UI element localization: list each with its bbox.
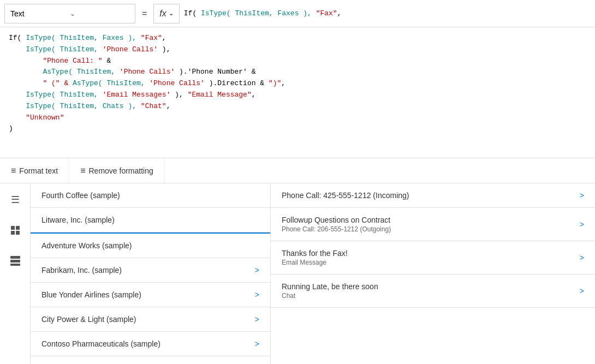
svg-rect-2: [11, 231, 15, 235]
dropdown-chevron-icon: ⌄: [70, 10, 129, 17]
grid-icon[interactable]: [5, 251, 25, 271]
list-item-text-2: Litware, Inc. (sample): [41, 216, 115, 224]
right-item-subtitle-2: Phone Call: 206-555-1212 (Outgoing): [282, 225, 574, 233]
code-line-8: "Unknown": [9, 112, 586, 124]
right-item-4[interactable]: Running Late, be there soon Chat >: [271, 275, 595, 308]
list-item-chevron-7: >: [255, 339, 259, 348]
right-item-subtitle-4: Chat: [282, 292, 574, 300]
right-item-title-3: Thanks for the Fax!: [282, 249, 574, 258]
list-item-text-5: Blue Yonder Airlines (sample): [41, 290, 141, 299]
code-line-4: AsType( ThisItem, 'Phone Calls' ).'Phone…: [9, 67, 586, 78]
list-item-text-7: Contoso Pharmaceuticals (sample): [41, 339, 160, 348]
format-text-icon: ≡: [11, 166, 16, 176]
right-item-chevron-2: >: [580, 220, 584, 229]
right-item-info-2: Followup Questions on Contract Phone Cal…: [282, 216, 574, 233]
svg-rect-1: [16, 226, 20, 230]
svg-rect-5: [10, 260, 20, 262]
code-editor[interactable]: If( IsType( ThisItem, Faxes ), "Fax", Is…: [0, 27, 595, 158]
right-item-1[interactable]: Phone Call: 425-555-1212 (Incoming) >: [271, 183, 595, 208]
sidebar-icons: ☰: [0, 183, 31, 364]
right-panel: Phone Call: 425-555-1212 (Incoming) > Fo…: [271, 183, 595, 364]
list-item-no-chevron-3[interactable]: Adventure Works (sample): [31, 232, 270, 258]
fx-icon: fx: [159, 9, 166, 19]
code-line-3: "Phone Call: " &: [9, 56, 586, 67]
list-item-text-4: Fabrikam, Inc. (sample): [41, 266, 122, 275]
svg-rect-6: [10, 264, 20, 266]
right-item-info-3: Thanks for the Fax! Email Message: [282, 249, 574, 266]
code-line-7: IsType( ThisItem, Chats ), "Chat",: [9, 101, 586, 112]
list-panel: Fourth Coffee (sample) Litware, Inc. (sa…: [31, 183, 271, 364]
fx-chevron-icon: ⌄: [169, 10, 174, 17]
list-item-5[interactable]: Blue Yonder Airlines (sample) >: [31, 283, 270, 307]
right-item-subtitle-3: Email Message: [282, 259, 574, 266]
list-item-text-1: Fourth Coffee (sample): [41, 191, 120, 200]
right-item-chevron-3: >: [580, 253, 584, 262]
list-item-no-chevron-1[interactable]: Fourth Coffee (sample): [31, 183, 270, 208]
layers-icon[interactable]: [5, 220, 25, 240]
list-item-text-6: City Power & Light (sample): [41, 315, 136, 324]
right-item-title-2: Followup Questions on Contract: [282, 216, 574, 224]
right-item-chevron-4: >: [580, 287, 584, 295]
formula-preview: If( IsType( ThisItem, Faxes ), "Fax",: [184, 8, 591, 19]
remove-formatting-label: Remove formatting: [88, 166, 153, 175]
list-item-chevron-5: >: [255, 290, 259, 299]
list-item-8[interactable]: Alpine Ski House (sample) >: [31, 356, 270, 364]
format-text-button[interactable]: ≡ Format text: [0, 158, 69, 183]
right-item-2[interactable]: Followup Questions on Contract Phone Cal…: [271, 208, 595, 241]
list-item-chevron-4: >: [255, 266, 259, 275]
list-item-7[interactable]: Contoso Pharmaceuticals (sample) >: [31, 332, 270, 356]
right-item-title-4: Running Late, be there soon: [282, 282, 574, 291]
equals-sign: =: [140, 9, 149, 19]
right-item-chevron-1: >: [580, 191, 584, 200]
right-item-info-1: Phone Call: 425-555-1212 (Incoming): [282, 191, 574, 200]
right-item-title-1: Phone Call: 425-555-1212 (Incoming): [282, 191, 574, 200]
code-line-6: IsType( ThisItem, 'Email Messages' ), "E…: [9, 89, 586, 101]
list-item-4[interactable]: Fabrikam, Inc. (sample) >: [31, 258, 270, 283]
list-item-no-chevron-2[interactable]: Litware, Inc. (sample): [31, 208, 270, 232]
format-text-label: Format text: [19, 166, 58, 175]
svg-rect-0: [11, 226, 15, 230]
svg-rect-4: [10, 256, 20, 259]
code-line-5: " (" & AsType( ThisItem, 'Phone Calls' )…: [9, 78, 586, 89]
code-line-2: IsType( ThisItem, 'Phone Calls' ),: [9, 44, 586, 56]
hamburger-icon[interactable]: ☰: [5, 190, 25, 210]
remove-formatting-button[interactable]: ≡ Remove formatting: [69, 158, 165, 183]
right-item-info-4: Running Late, be there soon Chat: [282, 282, 574, 300]
field-dropdown[interactable]: Text ⌄: [4, 4, 135, 23]
right-item-3[interactable]: Thanks for the Fax! Email Message >: [271, 241, 595, 275]
remove-formatting-icon: ≡: [80, 166, 85, 176]
list-item-6[interactable]: City Power & Light (sample) >: [31, 307, 270, 332]
toolbar-row: ≡ Format text ≡ Remove formatting: [0, 158, 595, 183]
main-content: ☰ Fourth Coffee (sample) Litware, Inc. (…: [0, 183, 595, 364]
code-line-9: ): [9, 123, 586, 135]
svg-rect-3: [16, 231, 20, 235]
code-line-1: If( IsType( ThisItem, Faxes ), "Fax",: [9, 33, 586, 44]
top-bar: Text ⌄ = fx ⌄ If( IsType( ThisItem, Faxe…: [0, 0, 595, 27]
list-item-chevron-6: >: [255, 315, 259, 324]
list-item-text-3: Adventure Works (sample): [41, 241, 132, 250]
fx-button[interactable]: fx ⌄: [153, 4, 179, 23]
field-label: Text: [10, 9, 70, 18]
